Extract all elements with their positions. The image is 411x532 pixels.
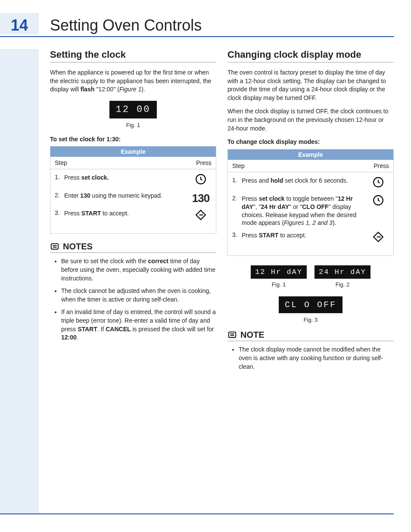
change-mode-subhead: To change clock display modes: <box>227 138 394 146</box>
note-item: If an invalid time of day is entered, th… <box>61 308 216 342</box>
note-item: Be sure to set the clock with the correc… <box>61 257 216 283</box>
start-icon <box>367 231 389 245</box>
lcd-1200: 12 00 <box>109 101 156 118</box>
clock-icon <box>367 195 389 208</box>
notes-heading: NOTES <box>50 242 216 253</box>
heading-display-mode: Changing clock display mode <box>227 49 394 62</box>
step-1: 1. Press set clock. <box>55 174 212 187</box>
page-number: 14 <box>11 16 28 34</box>
col-press: Press <box>305 160 393 172</box>
keypad-130: 130 <box>190 192 212 205</box>
notes-icon <box>227 330 237 340</box>
page-title: Setting Oven Controls <box>50 16 202 34</box>
left-margin-stripe <box>0 49 39 514</box>
example-caption: Example <box>228 149 394 160</box>
lcd-24hr: 24 Hr dAY <box>314 265 371 279</box>
example-table-right: Example Step Press 1. Press and hold set… <box>227 149 394 256</box>
heading-setting-clock: Setting the clock <box>50 49 216 62</box>
example-table-left: Example Step Press 1. Press set clock. <box>50 146 216 234</box>
notes-list: Be sure to set the clock with the correc… <box>50 257 216 342</box>
step-2: 2. Enter 130 using the numeric keypad. 1… <box>55 192 212 205</box>
col-step: Step <box>50 157 128 169</box>
start-icon <box>190 209 212 223</box>
paragraph: When the clock display is turned OFF, th… <box>227 107 394 133</box>
svg-rect-1 <box>51 244 59 249</box>
figure-1-label: Fig. 1 <box>50 122 216 128</box>
note-list: The clock display mode cannot be modifie… <box>227 345 394 371</box>
step-3: 3. Press START to accept. <box>232 231 389 245</box>
clock-icon <box>367 177 389 190</box>
example-caption: Example <box>50 146 216 157</box>
intro-paragraph: When the appliance is powered up for the… <box>50 68 216 94</box>
note-item: The clock display mode cannot be modifie… <box>239 345 394 371</box>
set-clock-subhead: To set the clock for 1:30: <box>50 135 216 144</box>
figure-2-label: Fig. 2 <box>314 281 371 288</box>
column-setting-clock: Setting the clock When the appliance is … <box>50 49 216 375</box>
figure-1-label: Fig. 1 <box>251 281 307 288</box>
step-2: 2. Press set clock to toggle between "12… <box>232 195 389 227</box>
page-header: 14 Setting Oven Controls <box>0 13 394 37</box>
step-1: 1. Press and hold set clock for 6 second… <box>232 177 389 190</box>
note-heading: NOTE <box>227 330 394 341</box>
col-step: Step <box>228 160 305 172</box>
figure-3-label: Fig. 3 <box>227 317 394 323</box>
column-clock-display-mode: Changing clock display mode The oven con… <box>227 49 394 375</box>
note-item: The clock cannot be adjusted when the ov… <box>61 287 216 304</box>
lcd-12hr: 12 Hr dAY <box>251 265 307 279</box>
svg-rect-4 <box>229 332 236 337</box>
clock-icon <box>190 174 212 187</box>
notes-icon <box>50 242 59 252</box>
step-3: 3. Press START to accept. <box>55 209 212 223</box>
col-press: Press <box>128 157 216 169</box>
lcd-clo-off: CL O OFF <box>279 296 342 313</box>
paragraph: The oven control is factory preset to di… <box>227 68 394 102</box>
page-number-box: 14 <box>0 13 39 34</box>
